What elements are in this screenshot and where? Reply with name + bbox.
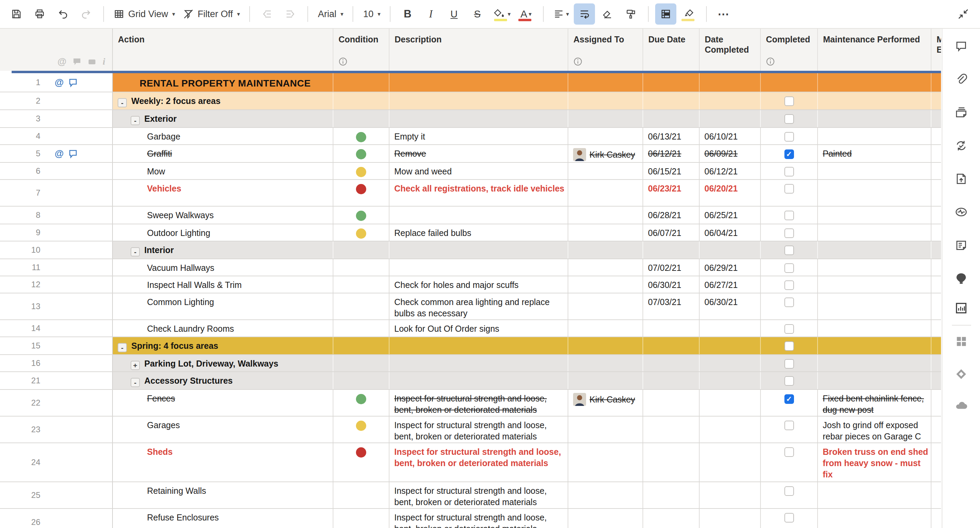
cell-action[interactable]: Refuse Enclosures: [113, 509, 333, 528]
checkbox-checked[interactable]: ✓: [784, 149, 794, 159]
cell-due-date[interactable]: [643, 443, 700, 482]
cell-action[interactable]: RENTAL PROPERTY MAINTENANCE: [113, 73, 333, 92]
attachments-icon[interactable]: [955, 73, 968, 87]
cell-due-date[interactable]: 06/07/21: [643, 224, 700, 241]
cell-date-completed[interactable]: 06/09/21: [700, 145, 761, 162]
row-gutter[interactable]: 11: [0, 259, 113, 276]
conversations-icon[interactable]: [955, 40, 968, 54]
cell-description[interactable]: [390, 110, 568, 127]
collapse-button[interactable]: -: [118, 98, 127, 107]
cell-date-completed[interactable]: [700, 355, 761, 371]
row-number[interactable]: 24: [0, 458, 40, 467]
underline-button[interactable]: U: [444, 3, 465, 25]
cell-assigned-to[interactable]: [568, 482, 643, 508]
row-number[interactable]: 11: [0, 262, 40, 272]
cell-completed[interactable]: [761, 372, 818, 389]
save-button[interactable]: [6, 3, 27, 25]
row-number[interactable]: 2: [0, 96, 40, 106]
filter-button[interactable]: Filter Off ▾: [180, 3, 243, 25]
cell-maintenance-performed[interactable]: [818, 128, 931, 144]
frozen-row-divider[interactable]: [12, 71, 941, 73]
cell-date-completed[interactable]: [700, 372, 761, 389]
row-gutter[interactable]: 22: [0, 390, 113, 416]
cell-maintenance-performed[interactable]: [818, 180, 931, 206]
cell-clipped[interactable]: [931, 163, 941, 179]
cell-date-completed[interactable]: 06/04/21: [700, 224, 761, 241]
cell-maintenance-performed[interactable]: [818, 293, 931, 320]
cell-condition[interactable]: [333, 92, 390, 110]
cell-action[interactable]: Graffiti: [113, 145, 333, 162]
row-gutter[interactable]: 4: [0, 128, 113, 144]
cell-condition[interactable]: [333, 73, 390, 92]
cloud-icon[interactable]: [955, 399, 968, 413]
checkbox-unchecked[interactable]: [784, 447, 794, 457]
row-gutter[interactable]: 13: [0, 293, 113, 320]
cell-maintenance-performed[interactable]: [818, 320, 931, 337]
cell-maintenance-performed[interactable]: [818, 509, 931, 528]
cell-completed[interactable]: [761, 320, 818, 337]
row-number[interactable]: 4: [0, 131, 40, 141]
row-gutter[interactable]: 14: [0, 320, 113, 337]
column-header-due-date[interactable]: Due Date: [643, 29, 700, 71]
checkbox-unchecked[interactable]: [784, 324, 794, 334]
row-gutter[interactable]: 10: [0, 242, 113, 259]
cell-condition[interactable]: [333, 355, 390, 371]
cell-maintenance-performed[interactable]: Josh to grind off exposed rebar pieces o…: [818, 417, 931, 442]
cell-clipped[interactable]: [931, 417, 941, 442]
cell-description[interactable]: Replace failed bulbs: [390, 224, 568, 241]
cell-date-completed[interactable]: 06/30/21: [700, 293, 761, 320]
cell-date-completed[interactable]: 06/29/21: [700, 259, 761, 276]
cell-due-date[interactable]: [643, 242, 700, 259]
row-number[interactable]: 7: [0, 188, 40, 198]
cell-action[interactable]: Common Lighting: [113, 293, 333, 320]
cell-clipped[interactable]: [931, 372, 941, 389]
cell-due-date[interactable]: [643, 320, 700, 337]
cell-due-date[interactable]: 06/23/21: [643, 180, 700, 206]
cell-description[interactable]: Inspect for structural strength and loos…: [390, 417, 568, 442]
cell-due-date[interactable]: 06/28/21: [643, 207, 700, 224]
cell-assigned-to[interactable]: [568, 92, 643, 110]
cell-clipped[interactable]: [931, 110, 941, 127]
cell-assigned-to[interactable]: [568, 73, 643, 92]
cell-action[interactable]: Garages: [113, 417, 333, 442]
checkbox-unchecked[interactable]: [784, 513, 794, 523]
collapse-button[interactable]: -: [118, 343, 127, 352]
highlight-button[interactable]: [678, 3, 700, 25]
row-number[interactable]: 5: [0, 149, 40, 158]
collapse-button[interactable]: -: [130, 247, 140, 256]
row-number[interactable]: 8: [0, 210, 40, 220]
cell-clipped[interactable]: [931, 224, 941, 241]
cell-maintenance-performed[interactable]: [818, 355, 931, 371]
cell-date-completed[interactable]: [700, 417, 761, 442]
cell-condition[interactable]: [333, 509, 390, 528]
cell-action[interactable]: Fences: [113, 390, 333, 416]
cell-maintenance-performed[interactable]: [818, 276, 931, 293]
column-header-assigned-to[interactable]: Assigned To: [568, 29, 643, 71]
cell-maintenance-performed[interactable]: [818, 242, 931, 259]
integration-diamond-icon[interactable]: [955, 367, 968, 382]
cell-date-completed[interactable]: 06/12/21: [700, 163, 761, 179]
cell-maintenance-performed[interactable]: [818, 372, 931, 389]
checkbox-unchecked[interactable]: [784, 114, 794, 124]
cell-date-completed[interactable]: 06/27/21: [700, 276, 761, 293]
publish-icon[interactable]: [955, 172, 968, 187]
checkbox-unchecked[interactable]: [784, 167, 794, 177]
checkbox-unchecked[interactable]: [784, 229, 794, 238]
cell-completed[interactable]: [761, 73, 818, 92]
cell-completed[interactable]: [761, 482, 818, 508]
cell-condition[interactable]: [333, 128, 390, 144]
more-button[interactable]: ⋯: [713, 3, 735, 25]
cell-due-date[interactable]: 06/15/21: [643, 163, 700, 179]
cell-assigned-to[interactable]: [568, 180, 643, 206]
proofs-icon[interactable]: [955, 106, 968, 120]
cell-assigned-to[interactable]: Kirk Caskey: [568, 390, 643, 416]
checkbox-unchecked[interactable]: [784, 211, 794, 220]
cell-description[interactable]: Inspect for structural strength and loos…: [390, 482, 568, 508]
row-gutter[interactable]: 15: [0, 337, 113, 354]
cell-completed[interactable]: [761, 180, 818, 206]
row-gutter[interactable]: 9: [0, 224, 113, 241]
cell-assigned-to[interactable]: [568, 207, 643, 224]
cell-maintenance-performed[interactable]: Fixed bent chainlink fence, dug new post: [818, 390, 931, 416]
cell-action[interactable]: Sweep Walkways: [113, 207, 333, 224]
cell-date-completed[interactable]: 06/25/21: [700, 207, 761, 224]
